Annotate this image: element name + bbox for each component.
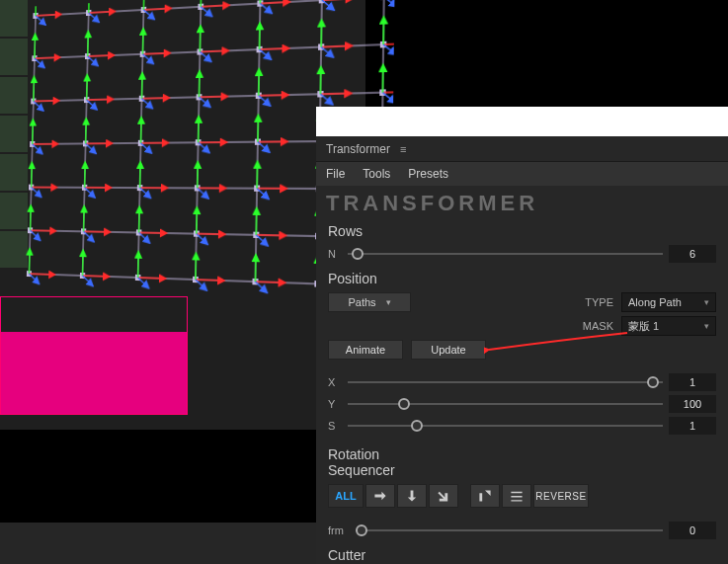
seq-arrow-right-button[interactable] [365,484,395,508]
svg-line-71 [143,9,154,20]
svg-line-80 [322,0,335,11]
svg-line-111 [142,98,170,99]
svg-line-127 [33,120,34,144]
paths-dropdown[interactable]: Paths ▾ [328,292,411,312]
rows-n-value[interactable]: 6 [669,245,716,263]
svg-line-173 [83,231,94,241]
s-value[interactable]: 1 [669,417,716,435]
svg-line-131 [85,143,96,153]
update-button[interactable]: Update [411,340,486,360]
panel-title: Transformer [326,142,390,156]
x-slider[interactable] [348,374,663,390]
x-value[interactable]: 1 [669,373,716,391]
menu-presets[interactable]: Presets [408,167,448,181]
svg-line-154 [140,162,141,188]
corner-up-icon [478,489,492,503]
arrow-down-right-icon [437,489,450,503]
svg-line-152 [84,188,95,198]
svg-line-66 [89,12,116,13]
svg-line-182 [256,235,268,246]
svg-line-170 [30,230,40,240]
svg-line-190 [29,249,30,274]
svg-line-96 [260,48,289,49]
seq-arrow-down-button[interactable] [397,484,427,508]
panel-menu-icon[interactable]: ≡ [400,143,406,155]
menu-file[interactable]: File [326,167,345,181]
svg-line-171 [84,231,111,232]
svg-line-140 [258,142,270,153]
svg-line-94 [200,26,201,51]
chevron-down-icon: ▾ [704,321,709,331]
rows-heading: Rows [328,223,716,239]
chevron-down-icon: ▾ [386,297,391,307]
svg-line-203 [255,282,267,292]
svg-line-169 [31,205,32,230]
mask-label: MASK [574,320,613,332]
seq-arrow-diag-button[interactable] [429,484,458,508]
type-select[interactable]: Along Path ▾ [621,292,716,312]
svg-line-148 [32,162,33,187]
seq-all-button[interactable]: ALL [328,484,364,508]
rows-n-slider[interactable] [348,246,663,262]
svg-line-109 [87,75,88,101]
transformer-panel: Transformer ≡ File Tools Presets TRANSFO… [316,136,728,564]
svg-line-177 [197,234,225,235]
svg-line-192 [83,276,110,277]
menu-tools[interactable]: Tools [363,167,390,181]
svg-line-88 [88,32,89,56]
sequencer-toolbar: ALL REVERSE [328,484,716,508]
composition-viewport[interactable] [0,0,365,430]
seq-lines-button[interactable] [502,484,531,508]
svg-line-70 [143,0,144,10]
svg-line-175 [139,206,140,232]
svg-line-178 [197,207,198,234]
svg-line-189 [29,274,54,275]
animate-button[interactable]: Animate [328,340,403,360]
mask-select[interactable]: 蒙版 1 ▾ [621,316,716,336]
svg-line-157 [198,162,199,189]
frm-slider[interactable] [356,523,663,538]
svg-line-172 [84,206,85,232]
svg-line-86 [35,58,44,68]
svg-line-120 [320,93,351,94]
svg-line-128 [33,144,43,154]
svg-line-176 [138,232,149,242]
svg-line-168 [31,230,56,231]
lines-icon [510,489,524,503]
svg-line-67 [89,0,90,13]
x-label: X [328,376,342,388]
svg-line-110 [86,100,97,110]
svg-line-155 [139,188,150,198]
svg-text:TRANSFORMER: TRANSFORMER [326,192,538,215]
y-value[interactable]: 100 [669,395,716,413]
svg-line-112 [142,73,143,99]
svg-line-122 [320,94,333,105]
white-band [316,107,728,136]
s-label: S [328,420,342,432]
sequencer-heading: Sequencer [328,462,716,478]
seq-reverse-button[interactable]: REVERSE [533,484,589,508]
type-label: TYPE [574,296,613,308]
svg-line-195 [138,278,166,279]
s-slider[interactable] [348,418,663,434]
y-slider[interactable] [348,396,663,412]
svg-line-107 [34,101,44,111]
svg-line-64 [36,0,37,16]
y-label: Y [328,398,342,410]
svg-line-161 [257,189,269,200]
svg-line-77 [260,3,272,14]
svg-line-84 [35,57,60,58]
cutter-heading: Cutter [328,547,716,563]
seq-corner-button[interactable] [470,484,500,508]
svg-line-65 [36,15,45,25]
svg-line-193 [83,250,84,276]
svg-line-191 [29,274,40,283]
position-heading: Position [328,271,716,286]
panel-titlebar[interactable]: Transformer ≡ [316,136,728,162]
svg-line-106 [34,76,35,101]
frm-value[interactable]: 0 [669,522,716,539]
arrow-right-icon [373,489,387,503]
svg-line-95 [200,51,211,62]
panel-menubar: File Tools Presets [316,162,728,186]
svg-line-73 [201,0,202,7]
